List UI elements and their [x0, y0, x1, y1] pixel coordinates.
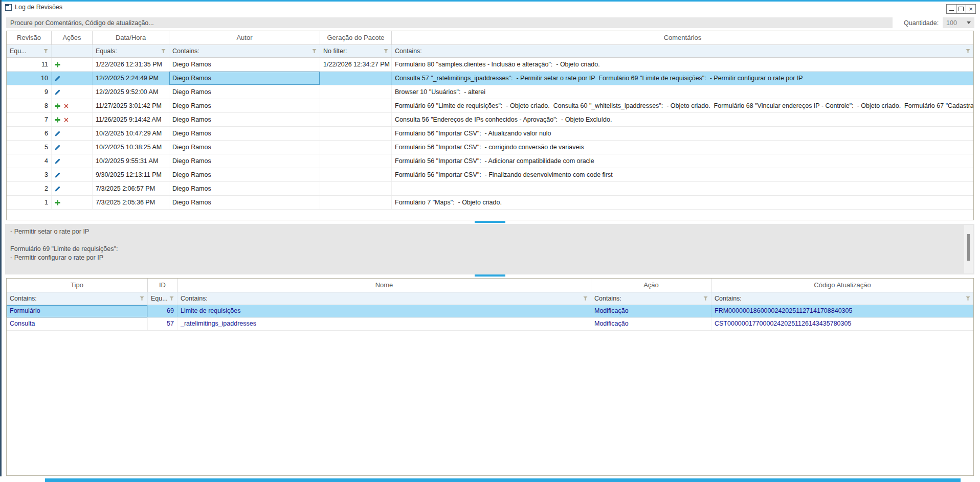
- revisions-filter-row: Equ... Equals: Contains: No filter: Cont…: [7, 45, 973, 58]
- revision-package: [320, 113, 392, 126]
- edit-icon[interactable]: [54, 130, 61, 137]
- column-header-datahora[interactable]: Data/Hora: [93, 31, 169, 44]
- search-input[interactable]: [6, 17, 893, 28]
- revision-author-focused-cell[interactable]: Diego Ramos: [169, 72, 320, 85]
- filter-acoes[interactable]: [52, 45, 93, 57]
- revision-number: 9: [7, 85, 52, 99]
- object-update-code: FRM00000018600002420251127141708840305: [711, 305, 973, 317]
- close-icon: ×: [969, 6, 973, 12]
- table-row[interactable]: 5 10/2/2025 10:38:25 AM Diego Ramos Form…: [7, 141, 973, 154]
- splitter-handle-top[interactable]: [475, 221, 505, 223]
- revision-author: Diego Ramos: [169, 141, 320, 154]
- object-name: Limite de requisições: [177, 305, 591, 317]
- revisions-header-row: Revisão Ações Data/Hora Autor Geração do…: [7, 31, 973, 45]
- column-header-nome[interactable]: Nome: [177, 279, 591, 292]
- filter-acao[interactable]: Contains:: [591, 292, 711, 305]
- scrollbar-thumb[interactable]: [967, 234, 970, 261]
- object-row[interactable]: Consulta 57 _ratelimitings_ipaddresses M…: [7, 318, 973, 331]
- filter-icon[interactable]: [169, 296, 174, 301]
- filter-icon[interactable]: [140, 296, 144, 301]
- add-icon[interactable]: [54, 61, 61, 68]
- edit-icon[interactable]: [54, 89, 61, 96]
- filter-datahora[interactable]: Equals:: [93, 45, 169, 57]
- filter-geracao[interactable]: No filter:: [320, 45, 392, 57]
- filter-codigo[interactable]: Contains:: [711, 292, 973, 305]
- object-row-selected[interactable]: Formulário 69 Limite de requisições Modi…: [7, 305, 973, 318]
- object-action: Modificação: [591, 305, 711, 317]
- minimize-button[interactable]: [946, 4, 956, 14]
- vertical-scrollbar[interactable]: [964, 225, 973, 273]
- close-button[interactable]: ×: [966, 4, 976, 14]
- add-icon[interactable]: [54, 199, 61, 206]
- quantity-label: Quantidade:: [904, 19, 939, 27]
- column-header-acao[interactable]: Ação: [591, 279, 711, 292]
- filter-icon[interactable]: [312, 49, 317, 54]
- edit-icon[interactable]: [54, 144, 61, 151]
- table-row[interactable]: 1 7/3/2025 2:05:36 PM Diego Ramos Formul…: [7, 196, 973, 210]
- filter-label: Contains:: [10, 292, 37, 305]
- filter-label: Equ...: [10, 45, 27, 57]
- filter-id[interactable]: Equ...: [148, 292, 177, 305]
- column-header-comentarios[interactable]: Comentários: [392, 31, 973, 44]
- delete-icon[interactable]: [63, 117, 70, 123]
- quantity-dropdown[interactable]: 100: [943, 17, 974, 28]
- filter-icon[interactable]: [966, 49, 970, 54]
- filter-revisao[interactable]: Equ...: [7, 45, 52, 57]
- revision-author: Diego Ramos: [169, 113, 320, 126]
- filter-icon[interactable]: [583, 296, 588, 301]
- revision-comments: [392, 182, 973, 195]
- edit-icon[interactable]: [54, 158, 61, 165]
- revision-comments: Formulário 56 "Importar CSV": - Adiciona…: [392, 154, 973, 168]
- revision-datetime: 7/3/2025 2:05:36 PM: [93, 196, 169, 209]
- revision-package: [320, 72, 392, 85]
- table-row[interactable]: 2 7/3/2025 2:06:57 PM Diego Ramos: [7, 182, 973, 196]
- object-type-focused-cell[interactable]: Formulário: [7, 305, 148, 317]
- edit-icon[interactable]: [54, 186, 61, 192]
- splitter-handle-bottom[interactable]: [475, 274, 505, 277]
- delete-icon[interactable]: [63, 103, 70, 109]
- revision-comments: Consulta 57 "_ratelimitings_ipaddresses"…: [392, 72, 973, 85]
- filter-icon[interactable]: [43, 49, 48, 54]
- revision-datetime: 10/2/2025 9:55:31 AM: [93, 154, 169, 168]
- revision-package: [320, 168, 392, 181]
- table-row[interactable]: 8 11/27/2025 3:01:42 PM Diego Ramos Form…: [7, 99, 973, 113]
- table-row-selected[interactable]: 10 12/2/2025 2:24:49 PM Diego Ramos Cons…: [7, 72, 973, 85]
- add-icon[interactable]: [54, 103, 61, 109]
- table-row[interactable]: 9 12/2/2025 9:52:00 AM Diego Ramos Brows…: [7, 85, 973, 99]
- filter-icon[interactable]: [161, 49, 166, 54]
- column-header-acoes[interactable]: Ações: [52, 31, 93, 44]
- filter-icon[interactable]: [966, 296, 970, 301]
- edit-icon[interactable]: [54, 172, 61, 178]
- revisions-table: Revisão Ações Data/Hora Autor Geração do…: [6, 31, 974, 220]
- revision-author: Diego Ramos: [169, 58, 320, 71]
- table-row[interactable]: 3 9/30/2025 12:13:11 PM Diego Ramos Form…: [7, 168, 973, 182]
- revision-datetime: 12/2/2025 9:52:00 AM: [93, 85, 169, 99]
- edit-icon[interactable]: [54, 75, 61, 82]
- revision-comments: Browser 10 "Usuários": - alterei: [392, 85, 973, 99]
- filter-autor[interactable]: Contains:: [169, 45, 320, 57]
- object-type: Consulta: [7, 318, 148, 330]
- table-row[interactable]: 4 10/2/2025 9:55:31 AM Diego Ramos Formu…: [7, 154, 973, 168]
- column-header-revisao[interactable]: Revisão: [7, 31, 52, 44]
- revision-package: [320, 99, 392, 112]
- revision-author: Diego Ramos: [169, 196, 320, 209]
- revision-datetime: 11/27/2025 3:01:42 PM: [93, 99, 169, 112]
- row-actions: [52, 99, 93, 112]
- table-row[interactable]: 6 10/2/2025 10:47:29 AM Diego Ramos Form…: [7, 127, 973, 141]
- filter-tipo[interactable]: Contains:: [7, 292, 148, 305]
- filter-nome[interactable]: Contains:: [177, 292, 591, 305]
- filter-icon[interactable]: [703, 296, 708, 301]
- add-icon[interactable]: [54, 117, 61, 123]
- column-header-geracao[interactable]: Geração do Pacote: [320, 31, 392, 44]
- table-row[interactable]: 7 11/26/2025 9:14:42 AM Diego Ramos Cons…: [7, 113, 973, 127]
- table-row[interactable]: 11 1/22/2026 12:31:35 PM Diego Ramos 1/2…: [7, 58, 973, 72]
- filter-comentarios[interactable]: Contains:: [392, 45, 973, 57]
- column-header-codigo[interactable]: Código Atualização: [711, 279, 973, 292]
- column-header-tipo[interactable]: Tipo: [7, 279, 148, 292]
- revision-author: Diego Ramos: [169, 127, 320, 140]
- filter-icon[interactable]: [384, 49, 388, 54]
- maximize-button[interactable]: [956, 4, 966, 14]
- column-header-autor[interactable]: Autor: [169, 31, 320, 44]
- column-header-id[interactable]: ID: [148, 279, 177, 292]
- revision-package: [320, 141, 392, 154]
